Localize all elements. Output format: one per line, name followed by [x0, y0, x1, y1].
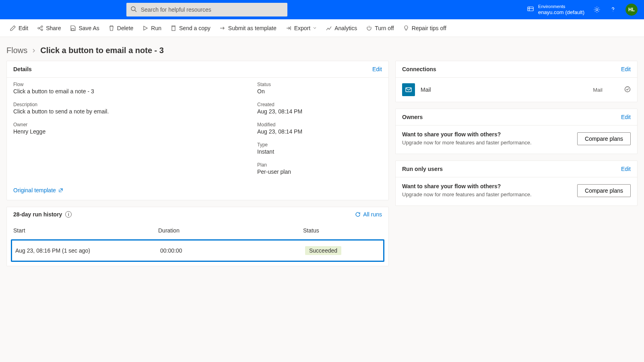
col-start-header: Start [13, 227, 158, 234]
breadcrumb-root[interactable]: Flows [6, 46, 27, 55]
runonly-upsell-title: Want to share your flow with others? [402, 183, 569, 189]
run-history-card: 28-day run history i All runs Start Dura… [6, 207, 389, 266]
type-value: Instant [257, 148, 382, 155]
run-row[interactable]: Aug 23, 08:16 PM (1 sec ago) 00:00:00 Su… [11, 239, 384, 262]
details-title: Details [13, 66, 32, 72]
owners-edit-link[interactable]: Edit [621, 114, 631, 120]
mail-icon [402, 83, 415, 96]
owners-upsell-text: Want to share your flow with others? Upg… [402, 131, 569, 146]
run-history-header: 28-day run history i All runs [7, 207, 388, 222]
connection-status-icon [624, 86, 631, 94]
runonly-header: Run only users Edit [396, 161, 637, 177]
runonly-card: Run only users Edit Want to share your f… [395, 160, 638, 206]
runonly-compare-plans-button[interactable]: Compare plans [577, 184, 631, 197]
details-card: Details Edit FlowClick a button to email… [6, 61, 389, 200]
run-start: Aug 23, 08:16 PM (1 sec ago) [15, 247, 160, 254]
topbar: Environments enayu.com (default) HL [0, 0, 644, 19]
connections-edit-link[interactable]: Edit [621, 66, 631, 72]
turnoff-button[interactable]: Turn off [362, 23, 398, 34]
sendcopy-button[interactable]: Send a copy [166, 23, 215, 34]
owners-compare-plans-button[interactable]: Compare plans [577, 132, 631, 145]
topbar-right: Environments enayu.com (default) HL [527, 4, 638, 16]
svg-line-1 [135, 10, 136, 12]
external-link-icon [58, 188, 63, 193]
owners-upsell-sub: Upgrade now for more features and faster… [402, 139, 569, 146]
share-button[interactable]: Share [33, 23, 65, 34]
environment-icon [527, 6, 534, 14]
created-label: Created [257, 102, 382, 107]
run-table-header: Start Duration Status [7, 222, 388, 239]
owners-title: Owners [402, 114, 423, 120]
type-label: Type [257, 142, 382, 148]
run-table: Start Duration Status Aug 23, 08:16 PM (… [7, 222, 388, 266]
svg-rect-12 [172, 27, 175, 31]
run-row-wrap: Aug 23, 08:16 PM (1 sec ago) 00:00:00 Su… [7, 239, 388, 266]
export-button[interactable]: Export [281, 23, 321, 34]
flow-label: Flow [13, 82, 257, 87]
owners-upsell: Want to share your flow with others? Upg… [396, 125, 637, 154]
right-column: Connections Edit Mail Mail Owners Edit [395, 61, 638, 206]
settings-icon[interactable] [593, 6, 601, 13]
repair-button[interactable]: Repair tips off [399, 23, 450, 34]
svg-line-10 [39, 29, 41, 29]
owners-card: Owners Edit Want to share your flow with… [395, 109, 638, 154]
search-input[interactable] [126, 3, 287, 16]
all-runs-link[interactable]: All runs [355, 211, 382, 218]
user-avatar[interactable]: HL [625, 4, 638, 16]
connections-title: Connections [402, 66, 436, 72]
plan-value: Per-user plan [257, 169, 382, 175]
command-bar: Edit Share Save As Delete Run Send a cop… [0, 19, 644, 37]
run-button[interactable]: Run [138, 23, 165, 34]
search-wrap [126, 3, 287, 16]
runonly-edit-link[interactable]: Edit [621, 166, 631, 172]
svg-point-17 [625, 86, 630, 92]
analytics-button[interactable]: Analytics [322, 23, 361, 34]
details-col-left: FlowClick a button to email a note - 3 D… [13, 82, 257, 175]
col-status-header: Status [303, 227, 382, 234]
details-edit-link[interactable]: Edit [372, 66, 382, 72]
svg-point-8 [41, 29, 43, 31]
owners-upsell-title: Want to share your flow with others? [402, 131, 569, 138]
connection-type: Mail [593, 87, 603, 93]
connections-header: Connections Edit [396, 61, 637, 78]
description-label: Description [13, 102, 257, 107]
run-history-title: 28-day run history i [13, 211, 72, 218]
content: Details Edit FlowClick a button to email… [0, 61, 644, 266]
status-label: Status [257, 82, 382, 87]
help-icon[interactable] [609, 6, 617, 13]
svg-point-6 [41, 26, 43, 27]
refresh-icon [355, 212, 361, 217]
edit-button[interactable]: Edit [6, 23, 32, 34]
col-duration-header: Duration [158, 227, 303, 234]
runonly-upsell-sub: Upgrade now for more features and faster… [402, 191, 569, 198]
svg-point-5 [596, 9, 598, 11]
created-value: Aug 23, 08:14 PM [257, 108, 382, 115]
left-column: Details Edit FlowClick a button to email… [6, 61, 389, 266]
svg-point-7 [38, 27, 39, 29]
submit-button[interactable]: Submit as template [215, 23, 281, 34]
details-col-right: StatusOn CreatedAug 23, 08:14 PM Modifie… [257, 82, 382, 175]
owner-label: Owner [13, 122, 257, 128]
connections-card: Connections Edit Mail Mail [395, 61, 638, 102]
connection-row[interactable]: Mail Mail [396, 78, 637, 102]
flow-value: Click a button to email a note - 3 [13, 88, 257, 95]
svg-line-9 [39, 27, 41, 28]
owner-value: Henry Legge [13, 128, 257, 135]
runonly-title: Run only users [402, 166, 443, 172]
status-value: On [257, 88, 382, 95]
run-status: Succeeded [305, 246, 380, 255]
original-template-link[interactable]: Original template [7, 181, 388, 200]
info-icon[interactable]: i [65, 211, 72, 218]
svg-rect-2 [528, 7, 533, 11]
breadcrumb-current: Click a button to email a note - 3 [40, 46, 164, 55]
environment-label: Environments [538, 4, 584, 9]
environment-text: Environments enayu.com (default) [538, 4, 584, 16]
svg-rect-11 [72, 29, 74, 31]
saveas-button[interactable]: Save As [66, 23, 103, 34]
run-duration: 00:00:00 [160, 247, 305, 254]
modified-label: Modified [257, 122, 382, 128]
environment-name: enayu.com (default) [538, 9, 584, 16]
delete-button[interactable]: Delete [104, 23, 137, 34]
runonly-upsell-text: Want to share your flow with others? Upg… [402, 183, 569, 198]
environment-picker[interactable]: Environments enayu.com (default) [527, 4, 584, 16]
